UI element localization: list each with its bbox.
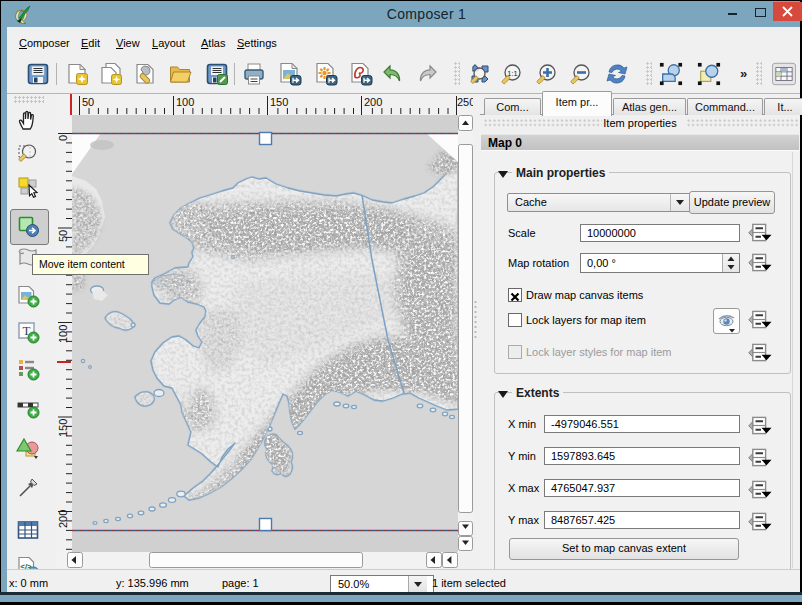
svg-text:150: 150 xyxy=(270,96,288,108)
svg-text:100: 100 xyxy=(57,325,69,343)
svg-text:150: 150 xyxy=(57,419,69,437)
svg-text:0: 0 xyxy=(57,135,69,141)
svg-text:100: 100 xyxy=(176,96,194,108)
svg-text:50: 50 xyxy=(82,96,94,108)
svg-text:250: 250 xyxy=(457,96,473,108)
svg-text:200: 200 xyxy=(364,96,382,108)
svg-text:50: 50 xyxy=(57,230,69,242)
svg-text:200: 200 xyxy=(57,510,69,528)
